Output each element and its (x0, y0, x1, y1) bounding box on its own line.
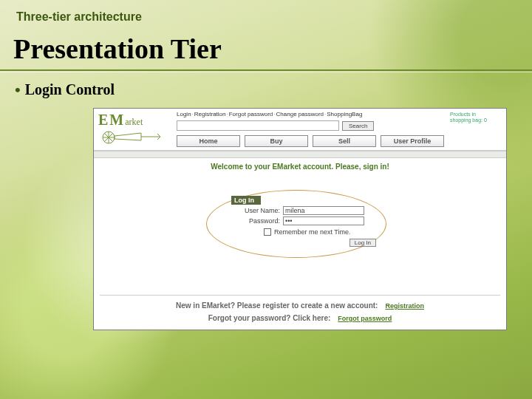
username-label: User Name: (231, 207, 280, 214)
search-row: Search (174, 119, 449, 134)
password-input[interactable]: ••• (283, 216, 364, 225)
bag-summary: Products in shopping bag: 0 (449, 109, 506, 150)
remember-label: Remember me next Time. (274, 228, 351, 236)
sep-icon: · (227, 111, 228, 117)
app-header: E M arket Login (94, 109, 506, 151)
logo-text: E M arket (98, 112, 169, 129)
register-text: New in EMarket? Please register to creat… (176, 301, 378, 310)
util-change-password[interactable]: Change password (276, 111, 324, 117)
bag-line2: shopping bag: (450, 117, 482, 123)
title-rule (0, 69, 532, 71)
search-input[interactable] (177, 120, 339, 131)
tab-home[interactable]: Home (177, 135, 240, 147)
bag-count: 0 (484, 117, 487, 123)
sep-icon: · (324, 111, 326, 117)
tab-sell[interactable]: Sell (313, 135, 376, 147)
slide-kicker: Three-tier architecture (16, 10, 142, 24)
forgot-link[interactable]: Forgot password (338, 315, 392, 322)
util-forgot-password[interactable]: Forgot password (229, 111, 273, 117)
password-row: Password: ••• (231, 216, 376, 225)
main-nav: Home Buy Sell User Profile (174, 134, 449, 150)
util-login[interactable]: Login (177, 111, 191, 117)
bullet-dot-icon: • (15, 82, 21, 98)
search-button[interactable]: Search (342, 121, 374, 131)
bullet-item: • Login Control (15, 81, 115, 98)
util-registration[interactable]: Registration (194, 111, 226, 117)
logo-cap-m: M (109, 112, 123, 129)
forgot-text: Forgot your password? Click here: (208, 314, 331, 322)
logo-rest: arket (125, 117, 143, 128)
remember-checkbox[interactable] (264, 228, 271, 236)
title-rule-light (0, 72, 532, 72)
logo: E M arket (94, 109, 174, 150)
login-area: Log In User Name: milena Password: ••• R… (94, 190, 506, 273)
spacer (94, 175, 506, 190)
spacer (94, 273, 506, 295)
tab-user-profile[interactable]: User Profile (381, 135, 444, 147)
username-row: User Name: milena (231, 206, 376, 215)
login-button[interactable]: Log In (349, 239, 376, 247)
welcome-text: Welcome to your EMarket account. Please,… (94, 158, 506, 175)
cart-icon (98, 127, 165, 145)
remember-row: Remember me next Time. (264, 228, 376, 236)
svg-line-7 (157, 137, 160, 140)
svg-line-6 (157, 134, 160, 137)
util-shopping-bag[interactable]: ShoppingBag (327, 111, 362, 117)
bag-line1: Products in (450, 112, 505, 117)
tab-buy[interactable]: Buy (245, 135, 308, 147)
sep-icon: · (273, 111, 275, 117)
sep-icon: · (192, 111, 194, 117)
login-submit-row: Log In (231, 239, 376, 247)
utility-nav: Login · Registration · Forgot password ·… (174, 109, 449, 119)
logo-cap-e: E (98, 112, 108, 129)
spacer (94, 151, 506, 158)
app-screenshot: E M arket Login (93, 108, 507, 330)
register-row: New in EMarket? Please register to creat… (94, 296, 506, 313)
login-header: Log In (231, 196, 261, 205)
password-label: Password: (231, 217, 280, 225)
login-box: Log In User Name: milena Password: ••• R… (231, 196, 376, 247)
register-link[interactable]: Registration (385, 302, 424, 310)
username-input[interactable]: milena (283, 206, 364, 215)
forgot-row: Forgot your password? Click here: Forgot… (94, 313, 506, 330)
header-right: Login · Registration · Forgot password ·… (174, 109, 449, 150)
bullet-text: Login Control (25, 81, 115, 98)
slide-title: Presentation Tier (13, 33, 222, 65)
